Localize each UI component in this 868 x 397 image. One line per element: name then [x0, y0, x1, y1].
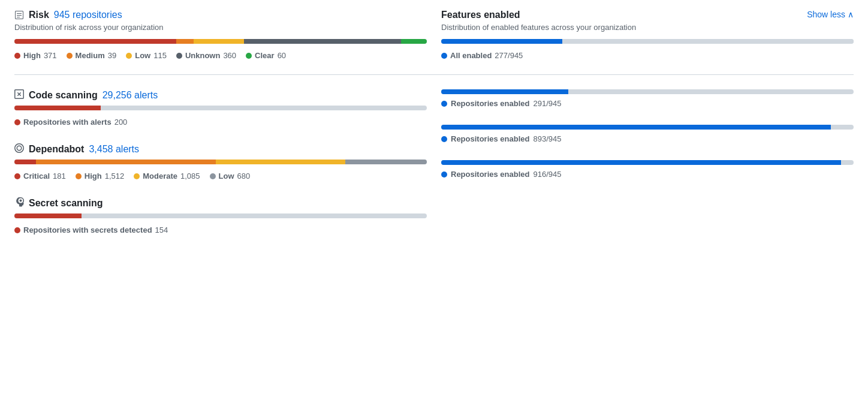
clear-dot	[246, 53, 252, 59]
risk-legend: High 371 Medium 39 Low 115 Unknown 360	[14, 51, 427, 60]
risk-progress-bar	[14, 39, 427, 44]
dependabot-enabled-dot	[441, 136, 447, 142]
code-scanning-enabled-group: Repositories enabled 291/945	[441, 89, 854, 108]
dependabot-enabled-bar	[441, 125, 854, 130]
secret-scanning-enabled-segment	[441, 160, 841, 165]
code-scanning-bar	[14, 106, 427, 110]
features-legend: All enabled 277/945	[441, 51, 854, 60]
low-dot	[126, 53, 132, 59]
dependabot-icon	[14, 143, 24, 155]
risk-clear-segment	[401, 39, 427, 44]
risk-count: 945 repositories	[54, 10, 122, 20]
unknown-dot	[176, 53, 182, 59]
code-scanning-repos-item: Repositories with alerts 200	[14, 118, 127, 127]
bottom-sections: Code scanning 29,256 alerts Repositories…	[14, 89, 854, 251]
dep-critical-segment	[14, 160, 36, 164]
secret-scanning-enabled-group: Repositories enabled 916/945	[441, 160, 854, 179]
top-section: Risk 945 repositories Distribution of ri…	[14, 10, 854, 60]
risk-panel: Risk 945 repositories Distribution of ri…	[14, 10, 427, 60]
chevron-up-icon: ∧	[848, 10, 854, 19]
secret-scanning-bar	[14, 213, 427, 218]
risk-unknown-segment	[244, 39, 401, 44]
dependabot-legend: Critical 181 High 1,512 Moderate 1,085	[14, 172, 427, 181]
all-enabled-dot	[441, 53, 447, 59]
risk-subtitle: Distribution of risk across your organiz…	[14, 23, 427, 32]
secret-dot	[14, 227, 20, 233]
section-divider	[14, 74, 854, 75]
legend-item-high: High 371	[14, 51, 57, 60]
legend-item-medium: Medium 39	[67, 51, 117, 60]
secret-repos-item: Repositories with secrets detected 154	[14, 225, 168, 234]
dep-moderate-dot	[134, 173, 140, 179]
secret-alert-segment	[14, 213, 82, 218]
code-scanning-alert-segment	[14, 106, 101, 110]
risk-title: Risk 945 repositories	[14, 10, 427, 20]
dep-critical-dot	[14, 173, 20, 179]
features-subtitle: Distribution of enabled features across …	[441, 23, 854, 32]
features-disabled-segment	[562, 39, 854, 44]
risk-medium-segment	[176, 39, 193, 44]
features-enabled-segment	[441, 39, 562, 44]
secret-scanning-enabled-bar	[441, 160, 854, 165]
dependabot-enabled-segment	[441, 125, 831, 130]
risk-icon	[14, 10, 24, 20]
dep-high-dot	[76, 173, 82, 179]
secret-scanning-enabled-dot	[441, 172, 447, 178]
dep-moderate-segment	[216, 160, 345, 164]
code-scanning-enabled-legend: Repositories enabled 291/945	[441, 99, 854, 108]
risk-title-text: Risk	[29, 10, 49, 20]
dependabot-bar	[14, 160, 427, 164]
show-less-label: Show less	[807, 10, 845, 19]
dependabot-enabled-group: Repositories enabled 893/945	[441, 125, 854, 143]
code-scanning-enabled-bar	[441, 89, 854, 94]
code-scanning-icon	[14, 89, 24, 101]
code-scanning-enabled-segment	[441, 89, 568, 94]
high-dot	[14, 53, 20, 59]
features-title: Features enabled	[441, 10, 854, 20]
code-scanning-legend: Repositories with alerts 200	[14, 118, 427, 127]
right-column: Repositories enabled 291/945 Repositorie…	[441, 89, 854, 251]
legend-item-all-enabled: All enabled 277/945	[441, 51, 523, 60]
dep-low-dot	[210, 173, 216, 179]
code-scanning-section: Code scanning 29,256 alerts Repositories…	[14, 89, 427, 127]
dep-low-item: Low 680	[210, 172, 251, 181]
features-progress-bar	[441, 39, 854, 44]
key-icon	[14, 197, 24, 209]
code-scanning-dot	[14, 119, 20, 125]
risk-high-segment	[14, 39, 176, 44]
features-panel: Features enabled Distribution of enabled…	[441, 10, 854, 60]
dependabot-section: Dependabot 3,458 alerts Critical 181	[14, 143, 427, 181]
dep-high-segment	[36, 160, 216, 164]
features-title-text: Features enabled	[441, 10, 520, 20]
secret-scanning-legend: Repositories with secrets detected 154	[14, 225, 427, 234]
show-less-button[interactable]: Show less ∧	[807, 10, 854, 19]
code-scanning-title: Code scanning 29,256 alerts	[14, 89, 427, 101]
secret-scanning-title: Secret scanning	[14, 197, 427, 209]
legend-item-low: Low 115	[126, 51, 167, 60]
risk-low-segment	[194, 39, 244, 44]
dep-low-segment	[345, 160, 427, 164]
dep-critical-item: Critical 181	[14, 172, 66, 181]
dependabot-enabled-legend: Repositories enabled 893/945	[441, 134, 854, 143]
secret-scanning-enabled-legend: Repositories enabled 916/945	[441, 170, 854, 179]
dependabot-title: Dependabot 3,458 alerts	[14, 143, 427, 155]
dep-high-item: High 1,512	[76, 172, 124, 181]
dep-moderate-item: Moderate 1,085	[134, 172, 200, 181]
medium-dot	[67, 53, 73, 59]
secret-scanning-section: Secret scanning Repositories with secret…	[14, 197, 427, 234]
code-scanning-enabled-dot	[441, 101, 447, 107]
left-column: Code scanning 29,256 alerts Repositories…	[14, 89, 427, 251]
legend-item-unknown: Unknown 360	[176, 51, 236, 60]
legend-item-clear: Clear 60	[246, 51, 286, 60]
main-container: Show less ∧ Risk 945 repositories Distri…	[0, 0, 868, 261]
